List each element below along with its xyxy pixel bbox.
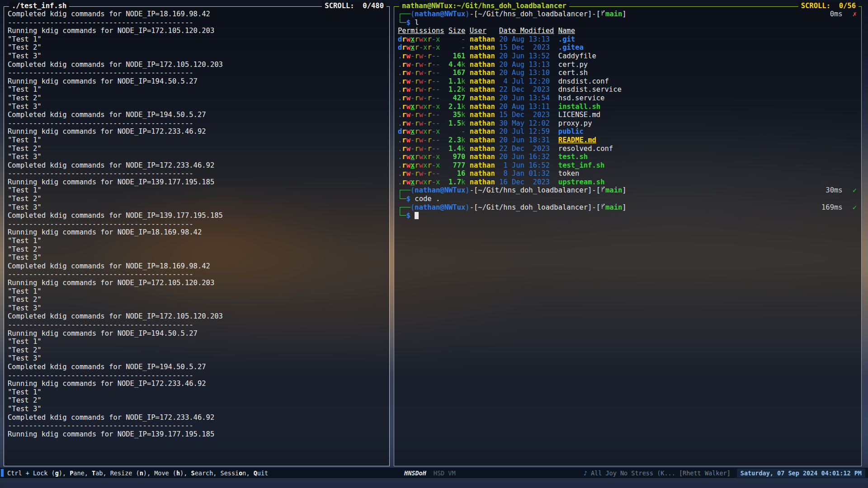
file-date: 20 Jun 13:52 [499, 52, 554, 60]
file-row: .rwxrwxr-x 1.7k nathan 16 Dec 2023 upstr… [398, 178, 857, 187]
terminal-line: Completed kdig commands for NODE_IP=139.… [8, 211, 385, 220]
terminal-line: "Test 3" [8, 253, 385, 262]
file-owner: nathan [470, 52, 495, 60]
file-owner: nathan [470, 35, 495, 43]
prompt-user-host: nathan@NWTux [415, 10, 465, 19]
file-date: 20 Aug 13:10 [499, 69, 554, 77]
file-date: 30 May 12:02 [499, 119, 554, 127]
file-date: 22 Dec 2023 [499, 145, 554, 153]
keybind-key: n [140, 469, 143, 477]
terminal-line: Completed kdig commands for NODE_IP=194.… [8, 111, 385, 119]
file-name: .gitea [558, 43, 584, 52]
prompt-git-branch: main [605, 203, 622, 212]
status-accent-bar [1, 469, 4, 477]
file-date: 20 Aug 13:13 [499, 35, 554, 43]
tmux-panes: ./test_inf.sh SCROLL: 0/480 Completed kd… [4, 6, 862, 466]
keybind-key: o [239, 469, 242, 477]
prompt-path: ~/Git/hns_doh_loadbalancer [478, 203, 588, 212]
file-row: .rw-rw-r-- 4.4k nathan 20 Aug 13:13 cert… [398, 61, 857, 69]
terminal-line: ┌──(nathan@NWTux)-[~/Git/hns_doh_loadbal… [398, 186, 857, 195]
file-owner: nathan [470, 136, 495, 144]
file-name: public [558, 127, 584, 136]
success-check-icon: ✓ [853, 186, 857, 195]
terminal-line: "Test 3" [8, 52, 385, 61]
file-row: .rwxrwxr-x 970 nathan 20 Jun 16:32 test.… [398, 153, 857, 161]
terminal-line: Running kdig commands for NODE_IP=194.50… [8, 77, 385, 86]
file-owner: nathan [470, 77, 495, 85]
terminal-cursor[interactable] [415, 212, 419, 219]
prompt-git-branch: main [605, 10, 622, 19]
terminal-line: Completed kdig commands for NODE_IP=172.… [8, 161, 385, 170]
terminal-line: ┌──(nathan@NWTux)-[~/Git/hns_doh_loadbal… [398, 203, 857, 212]
file-date: 16 Dec 2023 [499, 178, 554, 186]
terminal-line: ----------------------------------------… [8, 169, 385, 178]
file-owner: nathan [470, 127, 495, 136]
file-owner: nathan [470, 85, 495, 94]
file-date: 20 Jun 16:32 [499, 153, 554, 161]
terminal-line: Completed kdig commands for NODE_IP=18.1… [8, 10, 385, 19]
session-label: HSD VM [434, 469, 456, 477]
pane-test-inf-script[interactable]: ./test_inf.sh SCROLL: 0/480 Completed kd… [4, 6, 390, 466]
terminal-line: ┌──(nathan@NWTux)-[~/Git/hns_doh_loadbal… [398, 10, 857, 19]
now-playing: ♪All Joy No Stress (K... [Rhett Walker] [584, 469, 731, 477]
left-pane-output: Completed kdig commands for NODE_IP=18.1… [4, 7, 389, 466]
file-row: .rw-rw-r-- 16 nathan 8 Jan 01:32 token [398, 169, 857, 178]
terminal-line: Permissions Size User Date Modified Name [398, 27, 857, 35]
file-row: .rw-rw-r-- 1.1k nathan 4 Jul 12:20 dnsdi… [398, 77, 857, 86]
terminal-line: Running kdig commands for NODE_IP=139.17… [8, 430, 385, 439]
file-name: dnsdist.service [558, 85, 622, 94]
command-text [410, 211, 415, 220]
terminal-line: "Test 2" [8, 43, 385, 52]
terminal-line: "Test 3" [8, 304, 385, 313]
clock: Saturday, 07 Sep 2024 04:01:12 PM [737, 469, 865, 478]
file-row: .rw-rw-r-- 161 nathan 20 Jun 13:52 Caddy… [398, 52, 857, 61]
keybinding-hints: Ctrl + Lock (g), Pane, Tab, Resize (n), … [7, 469, 268, 477]
file-owner: nathan [470, 178, 495, 186]
status-right: ♪All Joy No Stress (K... [Rhett Walker] … [584, 469, 868, 478]
keybind-key: P [70, 469, 73, 477]
file-date: 1 Jun 16:52 [499, 161, 554, 169]
command-text: code . [410, 195, 440, 203]
file-name: cert.py [558, 61, 588, 69]
terminal-line: "Test 3" [8, 203, 385, 212]
terminal-line: └─$ l [398, 19, 857, 27]
right-pane-output: ┌──(nathan@NWTux)-[~/Git/hns_doh_loadbal… [394, 7, 861, 466]
file-owner: nathan [470, 119, 495, 127]
file-owner: nathan [470, 161, 495, 169]
file-row: drwxr-xr-x - nathan 15 Dec 2023 .gitea [398, 43, 857, 52]
terminal-line: "Test 3" [8, 354, 385, 363]
keybind-key: T [92, 469, 95, 477]
prompt-path: ~/Git/hns_doh_loadbalancer [478, 10, 588, 19]
pane-shell[interactable]: nathan@NWTux:~/Git/hns_doh_loadbalancer … [394, 6, 862, 466]
terminal-line: "Test 1" [8, 388, 385, 397]
terminal-line: Completed kdig commands for NODE_IP=172.… [8, 413, 385, 422]
terminal-line: "Test 1" [8, 35, 385, 44]
file-row: .rw-rw-r-- 1.5k nathan 30 May 12:02 prox… [398, 119, 857, 128]
terminal-line: Running kdig commands for NODE_IP=194.50… [8, 329, 385, 338]
file-date: 20 Jul 12:59 [499, 127, 554, 136]
terminal-line: ----------------------------------------… [8, 270, 385, 279]
prompt-git-branch: main [605, 186, 622, 195]
terminal-line: "Test 2" [8, 94, 385, 103]
file-date: 15 Dec 2023 [499, 43, 554, 52]
file-row: .rwxrwxr-x 777 nathan 1 Jun 16:52 test_i… [398, 161, 857, 170]
prompt-path: ~/Git/hns_doh_loadbalancer [478, 186, 588, 195]
file-name: test.sh [558, 153, 588, 161]
keybind-key: h [176, 469, 180, 477]
file-owner: nathan [470, 61, 495, 69]
terminal-line: ----------------------------------------… [8, 119, 385, 128]
file-name: .git [558, 35, 575, 43]
keybind-key: S [191, 469, 195, 477]
status-center: HNSDoH HSD VM [404, 469, 456, 477]
terminal-line: └─$ [398, 211, 857, 220]
terminal-line: Running kdig commands for NODE_IP=139.17… [8, 178, 385, 187]
file-date: 20 Aug 13:13 [499, 61, 554, 69]
terminal-line: "Test 2" [8, 296, 385, 304]
file-date: 20 Jun 18:31 [499, 136, 554, 144]
file-owner: nathan [470, 94, 495, 102]
git-branch-icon [600, 186, 605, 192]
file-name: test_inf.sh [558, 161, 605, 169]
file-name: token [558, 169, 580, 178]
terminal-line: ----------------------------------------… [8, 422, 385, 430]
file-owner: nathan [470, 111, 495, 119]
